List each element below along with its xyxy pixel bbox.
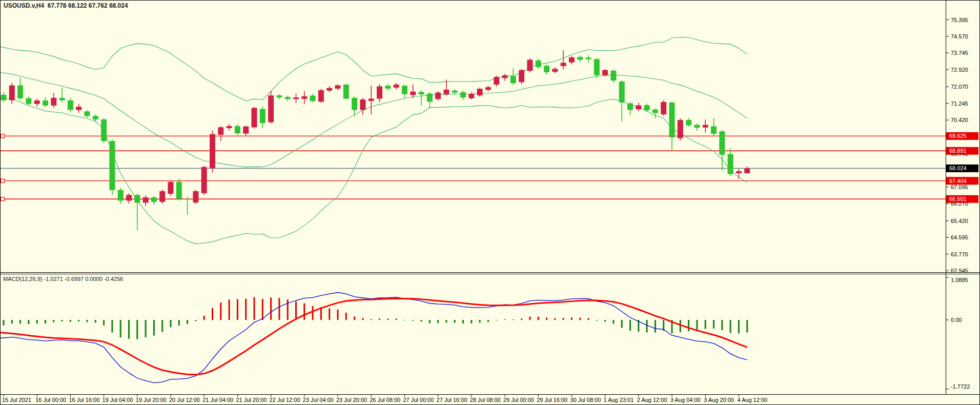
- candle-body: [527, 60, 533, 71]
- candle-body: [494, 77, 499, 85]
- candle-body: [285, 97, 291, 99]
- candle-body: [427, 94, 433, 102]
- candle-body: [719, 131, 725, 155]
- time-tick-label: 19 Jul 04:00: [103, 397, 133, 403]
- price-tick-label: 67.095: [951, 184, 968, 190]
- candle-body: [201, 167, 207, 193]
- candle-body: [477, 89, 483, 95]
- macd-tick-label: 0.00: [951, 317, 962, 323]
- candle-body: [76, 107, 81, 110]
- candle-body: [352, 98, 357, 110]
- price-tick-label: 64.595: [951, 234, 968, 240]
- candle-body: [536, 60, 541, 67]
- line-handle[interactable]: [1, 179, 5, 183]
- candle-body: [68, 100, 73, 110]
- candle-body: [268, 95, 274, 122]
- candle-body: [502, 75, 508, 78]
- time-tick-label: 30 Jul 08:00: [570, 397, 601, 403]
- candle-body: [511, 76, 516, 83]
- candle-body: [151, 197, 157, 202]
- candle-body: [443, 90, 449, 94]
- price-badge-label: 67.404: [949, 178, 967, 184]
- candle-body: [460, 92, 466, 97]
- candle-body: [210, 134, 215, 168]
- candle-body: [185, 199, 190, 200]
- price-tick-label: 62.945: [951, 268, 968, 274]
- candle-body: [711, 126, 717, 134]
- time-tick-label: 3 Aug 20:00: [704, 397, 734, 403]
- candle-body: [377, 86, 382, 98]
- candle-body: [168, 182, 174, 194]
- candle-body: [318, 90, 324, 102]
- candle-body: [34, 100, 40, 104]
- candle-body: [703, 125, 708, 128]
- macd-tick-label: -1.7722: [951, 383, 970, 390]
- price-badge-label: 69.625: [949, 133, 967, 139]
- time-tick-label: 26 Jul 08:00: [370, 397, 400, 403]
- candle-body: [686, 120, 691, 125]
- candle-body: [636, 105, 641, 109]
- price-tick-label: 72.070: [951, 84, 968, 90]
- candle-body: [101, 119, 107, 141]
- time-tick-label: 21 Jul 04:00: [202, 397, 233, 403]
- line-handle[interactable]: [1, 197, 5, 201]
- time-tick-label: 27 Jul 16:00: [437, 397, 467, 403]
- time-tick-label: 1 Aug 23:01: [604, 397, 634, 403]
- candle-body: [85, 111, 90, 116]
- candle-body: [252, 108, 257, 128]
- time-tick-label: 3 Aug 04:00: [670, 397, 701, 403]
- candle-body: [602, 70, 608, 75]
- candle-body: [561, 63, 566, 66]
- time-tick-label: 22 Jul 12:00: [270, 397, 300, 403]
- candle-body: [402, 86, 407, 94]
- candle-body: [644, 105, 650, 110]
- candle-body: [260, 109, 266, 124]
- candle-body: [385, 86, 391, 89]
- time-tick-label: 4 Aug 12:00: [737, 397, 767, 403]
- price-badge-label: 66.501: [949, 196, 967, 202]
- price-tick-label: 63.770: [951, 251, 968, 257]
- candle-body: [678, 120, 683, 138]
- candle-body: [452, 91, 458, 93]
- candle-body: [134, 195, 140, 202]
- candle-body: [143, 197, 149, 202]
- candle-body: [51, 98, 56, 106]
- candle-body: [326, 88, 332, 91]
- price-badge-label: 68.891: [949, 148, 967, 154]
- candle-body: [227, 126, 232, 128]
- candle-body: [109, 141, 115, 190]
- price-tick-label: 75.395: [951, 17, 968, 23]
- candle-body: [310, 96, 316, 102]
- time-tick-label: 2 Aug 12:00: [637, 397, 667, 403]
- price-tick-label: 70.420: [951, 117, 968, 123]
- candle-body: [552, 69, 558, 72]
- candle-body: [586, 57, 591, 59]
- candle-body: [661, 102, 666, 114]
- price-tick-label: 71.245: [951, 100, 968, 107]
- candle-body: [17, 86, 23, 98]
- time-tick-label: 28 Jul 08:00: [470, 397, 501, 403]
- candle-body: [26, 98, 31, 104]
- time-tick-label: 23 Jul 20:00: [336, 397, 367, 403]
- time-tick-label: 16 Jul 16:00: [69, 397, 99, 403]
- chart-canvas[interactable]: 75.39574.57073.74572.92072.07071.24570.4…: [0, 0, 980, 405]
- time-tick-label: 29 Jul 00:00: [503, 397, 534, 403]
- candle-body: [652, 110, 658, 113]
- time-tick-label: 23 Jul 04:00: [303, 397, 334, 403]
- price-tick-label: 65.420: [951, 218, 968, 224]
- candle-body: [126, 195, 132, 200]
- macd-tick-label: 1.0885: [951, 277, 968, 283]
- time-tick-label: 16 Jul 00:00: [35, 397, 66, 403]
- candle-body: [9, 86, 15, 100]
- candle-body: [669, 103, 675, 137]
- price-tick-label: 72.920: [951, 67, 968, 73]
- candle-body: [694, 125, 700, 128]
- candle-body: [627, 104, 633, 110]
- candle-body: [435, 93, 441, 99]
- candle-body: [419, 92, 424, 94]
- candle-body: [159, 191, 165, 202]
- candle-body: [394, 85, 399, 88]
- candle-body: [728, 154, 733, 174]
- price-badge-label: 68.024: [949, 165, 967, 171]
- line-handle[interactable]: [1, 134, 5, 138]
